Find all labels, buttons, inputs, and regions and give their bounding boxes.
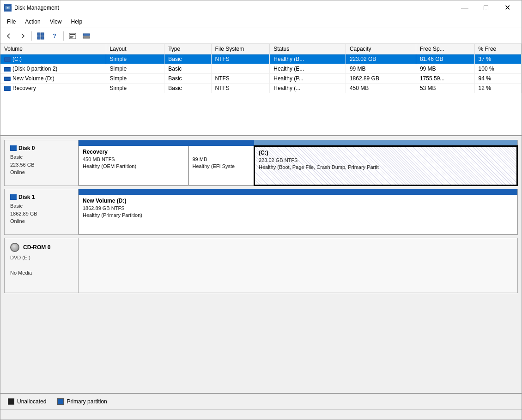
cdrom-0-label: CD-ROM 0 DVD (E:) No Media: [5, 238, 79, 293]
disk-icon: [10, 145, 17, 151]
toolbar-separator-1: [31, 31, 32, 41]
volume-icon: [4, 77, 11, 81]
svg-rect-8: [70, 34, 75, 35]
cell-fs: NTFS: [211, 54, 270, 64]
bar-segment-recovery: [79, 140, 188, 146]
cell-free: 1755.59...: [416, 74, 474, 84]
disk-1-title: Disk 1: [10, 194, 73, 200]
cell-free: 81.46 GB: [416, 54, 474, 64]
title-bar: Disk Management — □ ✕: [0, 0, 522, 15]
legend-unallocated-label: Unallocated: [17, 398, 46, 405]
back-button[interactable]: [2, 30, 15, 42]
cell-status: Healthy (E...: [270, 64, 346, 74]
svg-rect-4: [41, 33, 44, 36]
svg-rect-6: [41, 36, 44, 39]
minimize-button[interactable]: —: [454, 0, 475, 15]
cell-pct: 100 %: [474, 64, 521, 74]
col-filesystem[interactable]: File System: [211, 44, 270, 54]
svg-rect-5: [37, 36, 40, 39]
svg-rect-9: [70, 36, 73, 37]
disk-1-partitions: New Volume (D:) 1862.89 GB NTFS Healthy …: [79, 189, 517, 234]
cell-volume: (Disk 0 partition 2): [0, 64, 106, 74]
legend-primary: Primary partition: [57, 398, 107, 405]
disk-0-label: Disk 0 Basic 223.56 GB Online: [5, 140, 79, 186]
volume-table-wrapper: Volume Layout Type File System Status Ca…: [0, 44, 522, 136]
svg-rect-11: [83, 34, 90, 36]
cell-pct: 94 %: [474, 74, 521, 84]
close-button[interactable]: ✕: [497, 0, 518, 15]
legend-unallocated-box: [8, 398, 14, 405]
volume-icon: [4, 57, 11, 62]
disk-1-info: Basic 1862.89 GB Online: [10, 202, 73, 225]
cell-volume: Recovery: [0, 84, 106, 93]
toolbar: ?: [0, 28, 522, 44]
partition-d[interactable]: New Volume (D:) 1862.89 GB NTFS Healthy …: [79, 195, 517, 234]
cell-status: Healthy (...: [270, 84, 346, 93]
menu-action[interactable]: Action: [20, 17, 45, 27]
cell-status: Healthy (P...: [270, 74, 346, 84]
volume-icon: [4, 67, 11, 72]
col-volume[interactable]: Volume: [0, 44, 106, 54]
col-status[interactable]: Status: [270, 44, 346, 54]
cell-free: 99 MB: [416, 64, 474, 74]
col-type[interactable]: Type: [164, 44, 211, 54]
svg-rect-3: [37, 33, 40, 36]
partition-c[interactable]: (C:) 223.02 GB NTFS Healthy (Boot, Page …: [254, 146, 517, 186]
cell-capacity: 99 MB: [346, 64, 416, 74]
disk-1-bar: [79, 189, 517, 195]
svg-rect-10: [70, 37, 73, 38]
disk-0-bar: [79, 140, 517, 146]
volume-list-button[interactable]: [34, 30, 47, 42]
partition-recovery[interactable]: Recovery 450 MB NTFS Healthy (OEM Partit…: [79, 146, 188, 186]
status-bar: [0, 409, 522, 420]
bar-segment-c: [254, 140, 517, 146]
forward-button[interactable]: [16, 30, 29, 42]
disk-0-info: Basic 223.56 GB Online: [10, 153, 73, 176]
disk-1-row: Disk 1 Basic 1862.89 GB Online New Volum: [4, 189, 518, 235]
col-layout[interactable]: Layout: [106, 44, 164, 54]
window-title: Disk Management: [14, 5, 454, 11]
cell-capacity: 450 MB: [346, 84, 416, 93]
partition-efi[interactable]: 99 MB Healthy (EFI Syste: [188, 146, 255, 186]
disk-1-label: Disk 1 Basic 1862.89 GB Online: [5, 189, 79, 234]
window-controls: — □ ✕: [454, 0, 518, 15]
col-pct-free[interactable]: % Free: [474, 44, 521, 54]
table-row[interactable]: (Disk 0 partition 2) Simple Basic Health…: [0, 64, 522, 74]
legend-unallocated: Unallocated: [8, 398, 46, 405]
disk-0-partition-blocks: Recovery 450 MB NTFS Healthy (OEM Partit…: [79, 146, 517, 186]
disk-1-partition-blocks: New Volume (D:) 1862.89 GB NTFS Healthy …: [79, 195, 517, 234]
disk-view-button[interactable]: [80, 30, 93, 42]
toolbar-separator-2: [63, 31, 64, 41]
disk-0-title: Disk 0: [10, 145, 73, 151]
menu-file[interactable]: File: [2, 17, 20, 27]
table-row[interactable]: (C:) Simple Basic NTFS Healthy (B... 223…: [0, 54, 522, 64]
disk-0-row: Disk 0 Basic 223.56 GB Online: [4, 140, 518, 186]
cdrom-0-content: [79, 238, 517, 293]
table-row[interactable]: New Volume (D:) Simple Basic NTFS Health…: [0, 74, 522, 84]
col-capacity[interactable]: Capacity: [346, 44, 416, 54]
maximize-button[interactable]: □: [475, 0, 497, 15]
volume-icon: [4, 86, 11, 91]
cell-type: Basic: [164, 84, 211, 93]
cell-capacity: 1862.89 GB: [346, 74, 416, 84]
help-button[interactable]: ?: [48, 30, 61, 42]
menu-help[interactable]: Help: [67, 17, 87, 27]
properties-button[interactable]: [66, 30, 79, 42]
bar-segment-efi: [188, 140, 255, 146]
legend-primary-box: [57, 398, 64, 405]
col-free[interactable]: Free Sp...: [416, 44, 474, 54]
cell-volume: (C:): [0, 54, 106, 64]
cell-volume: New Volume (D:): [0, 74, 106, 84]
cell-fs: NTFS: [211, 84, 270, 93]
cell-pct: 12 %: [474, 84, 521, 93]
table-row[interactable]: Recovery Simple Basic NTFS Healthy (... …: [0, 84, 522, 93]
cell-status: Healthy (B...: [270, 54, 346, 64]
cell-layout: Simple: [106, 64, 164, 74]
main-content: Volume Layout Type File System Status Ca…: [0, 44, 522, 420]
cell-type: Basic: [164, 64, 211, 74]
cell-fs: NTFS: [211, 74, 270, 84]
cdrom-icon: [10, 243, 19, 252]
disk-layout-area: Disk 0 Basic 223.56 GB Online: [0, 136, 522, 393]
bar-segment-d: [79, 189, 517, 195]
menu-view[interactable]: View: [45, 17, 67, 27]
